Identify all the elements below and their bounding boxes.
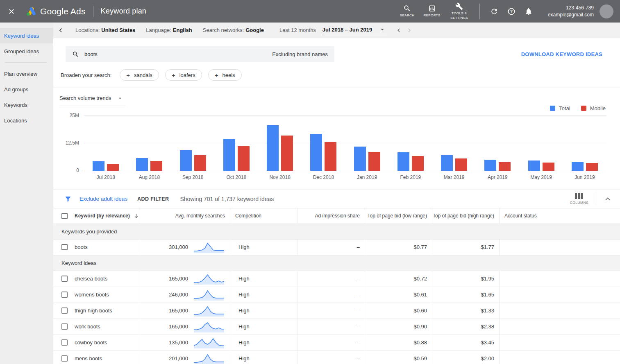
- competition-cell: High: [230, 303, 298, 319]
- competition-cell: High: [230, 240, 298, 255]
- select-all-checkbox[interactable]: [61, 213, 68, 219]
- column-header-ad-impression-share[interactable]: Ad impression share: [298, 208, 365, 224]
- column-header-account-status[interactable]: Account status: [500, 208, 620, 224]
- chart-month-jul-2018: Jul 2018: [93, 115, 119, 180]
- download-keyword-ideas-button[interactable]: DOWNLOAD KEYWORD IDEAS: [521, 51, 602, 57]
- exclude-adult-ideas-link[interactable]: Exclude adult ideas: [79, 196, 127, 202]
- date-range-value: Jul 2018 – Jun 2019: [322, 27, 372, 33]
- sparkline-chart: [193, 241, 225, 253]
- sidebar-item-keyword-ideas[interactable]: Keyword ideas: [0, 28, 53, 43]
- broaden-search-row: Broaden your search: +sandals+loafers+he…: [53, 69, 620, 88]
- account-id: 123-456-789: [548, 5, 594, 11]
- close-icon[interactable]: [7, 7, 16, 16]
- row-checkbox[interactable]: [61, 307, 68, 314]
- collapse-panel-icon[interactable]: [57, 26, 65, 34]
- next-period-icon[interactable]: [406, 27, 413, 34]
- row-checkbox[interactable]: [61, 244, 68, 250]
- ad-impression-share-cell: –: [298, 319, 365, 335]
- top-bid-low-cell: $0.90: [365, 319, 432, 335]
- bar-pair: [310, 115, 336, 171]
- row-checkbox[interactable]: [61, 355, 68, 362]
- account-status-cell: [500, 287, 620, 303]
- row-checkbox[interactable]: [61, 339, 68, 346]
- bar-pair: [354, 115, 380, 171]
- account-info: 123-456-789 example@gmail.com: [548, 5, 594, 18]
- sidebar-item-grouped-ideas[interactable]: Grouped ideas: [0, 43, 53, 59]
- bar-total: [223, 139, 235, 171]
- avg-monthly-searches-cell: 165,000: [139, 271, 230, 287]
- x-axis-tick: Dec 2018: [313, 174, 334, 180]
- column-header-avg-monthly-searches[interactable]: Avg. monthly searches: [139, 208, 230, 224]
- networks-setting[interactable]: Search networks:Google: [203, 27, 264, 33]
- column-header-competition[interactable]: Competition: [230, 208, 298, 224]
- broaden-chip-loafers[interactable]: +loafers: [165, 69, 202, 81]
- avatar[interactable]: [600, 5, 613, 18]
- row-checkbox[interactable]: [61, 292, 68, 298]
- keyword-text: thigh high boots: [75, 307, 112, 314]
- legend-swatch: [550, 106, 555, 111]
- y-axis-tick: 12.5M: [60, 140, 79, 146]
- language-setting[interactable]: Language:English: [146, 27, 192, 33]
- bar-mobile: [412, 156, 424, 171]
- chart-month-sep-2018: Sep 2018: [180, 115, 206, 180]
- keyword-text: chelsea boots: [75, 276, 107, 282]
- x-axis-tick: Jan 2019: [357, 174, 377, 180]
- page-title: Keyword plan: [101, 7, 146, 16]
- sidebar-divider: [5, 62, 47, 63]
- chart-title-dropdown[interactable]: Search volume trends: [59, 95, 125, 106]
- ad-impression-share-cell: –: [298, 335, 365, 350]
- google-ads-logo-icon: [25, 6, 36, 16]
- collapse-table-icon[interactable]: [604, 195, 612, 203]
- reports-nav-button[interactable]: REPORTS: [423, 5, 440, 18]
- chart-month-jan-2019: Jan 2019: [354, 115, 380, 180]
- bar-mobile: [281, 136, 293, 171]
- refresh-icon[interactable]: [490, 7, 498, 16]
- locations-setting[interactable]: Locations:United States: [75, 27, 135, 33]
- sparkline-chart: [193, 305, 225, 317]
- account-status-cell: [500, 303, 620, 319]
- sidebar-item-ad-groups[interactable]: Ad groups: [0, 81, 53, 97]
- bar-mobile: [150, 161, 162, 171]
- help-icon[interactable]: ?: [507, 7, 516, 16]
- topbar-right: SEARCHREPORTSTOOLS & SETTINGS ? 123-456-…: [395, 2, 613, 20]
- row-checkbox[interactable]: [61, 323, 68, 330]
- keyword-cell: work boots: [53, 319, 139, 335]
- chart-month-jun-2019: Jun 2019: [572, 115, 598, 180]
- chart-month-oct-2018: Oct 2018: [223, 115, 250, 180]
- column-header-top-of-page-bid-high-range[interactable]: Top of page bid (high range): [432, 208, 500, 224]
- tools-icon: [455, 2, 463, 10]
- sidebar-item-plan-overview[interactable]: Plan overview: [0, 66, 53, 81]
- broaden-chip-sandals[interactable]: +sandals: [120, 69, 159, 81]
- broaden-chip-heels[interactable]: +heels: [208, 69, 242, 81]
- bar-total: [484, 160, 496, 171]
- chart-legend: TotalMobile: [539, 105, 606, 111]
- table-header-row: Keyword (by relevance)Avg. monthly searc…: [53, 208, 620, 224]
- top-app-bar: Google Ads Keyword plan SEARCHREPORTSTOO…: [0, 0, 620, 23]
- column-header-top-of-page-bid-low-range[interactable]: Top of page bid (low range): [365, 208, 432, 224]
- tools-nav-button[interactable]: TOOLS & SETTINGS: [450, 2, 469, 20]
- column-header-keyword-by-relevance[interactable]: Keyword (by relevance): [53, 208, 139, 224]
- x-axis-tick: Apr 2019: [488, 174, 508, 180]
- sidebar-item-keywords[interactable]: Keywords: [0, 97, 53, 113]
- sidebar-item-locations[interactable]: Locations: [0, 113, 53, 128]
- brand-name: Google Ads: [40, 7, 86, 16]
- keyword-cell: womens boots: [53, 287, 139, 303]
- previous-period-icon[interactable]: [395, 27, 402, 34]
- keyword-search-input[interactable]: boots Excluding brand names: [66, 46, 334, 62]
- row-checkbox[interactable]: [61, 276, 68, 282]
- columns-button[interactable]: COLUMNS: [570, 193, 588, 205]
- date-range-dropdown[interactable]: Jul 2018 – Jun 2019: [322, 25, 387, 35]
- chip-label: sandals: [134, 72, 152, 78]
- bar-pair: [484, 115, 511, 171]
- legend-item-total: Total: [550, 105, 570, 111]
- search-nav-button[interactable]: SEARCH: [400, 5, 415, 18]
- notifications-bell-icon[interactable]: [525, 7, 533, 16]
- avg-monthly-searches-value: 201,000: [169, 355, 188, 362]
- avg-monthly-searches-cell: 165,000: [139, 319, 230, 335]
- table-row-chelsea-boots: chelsea boots165,000High–$0.72$1.95: [53, 271, 620, 287]
- add-filter-button[interactable]: ADD FILTER: [137, 196, 169, 202]
- competition-cell: High: [230, 351, 298, 364]
- account-status-cell: [500, 240, 620, 255]
- bar-mobile: [455, 158, 467, 171]
- bar-total: [397, 152, 409, 171]
